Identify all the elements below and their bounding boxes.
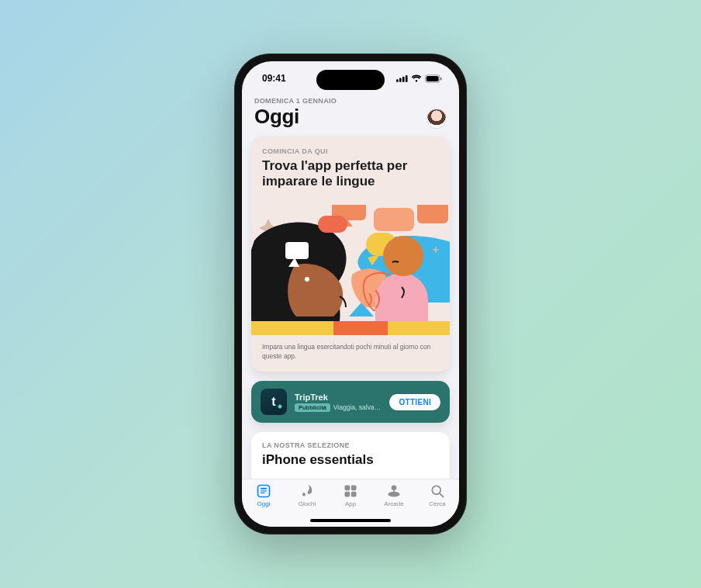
tab-search[interactable]: Cerca (416, 483, 459, 507)
selection-title: iPhone essentials (262, 452, 439, 468)
tab-arcade-label: Arcade (384, 500, 403, 507)
iphone-frame: 09:41 DOMENICA 1 GENNAIO Oggi COMINCIA D… (234, 54, 467, 534)
svg-rect-22 (345, 486, 350, 491)
svg-rect-15 (285, 242, 309, 259)
account-avatar[interactable] (426, 109, 447, 129)
status-time: 09:41 (262, 73, 286, 84)
today-icon (256, 483, 271, 499)
ad-app-name: TripTrek (295, 393, 382, 402)
featured-title: Trova l'app perfetta per imparare le lin… (262, 158, 439, 189)
arcade-icon (386, 483, 402, 499)
selection-card[interactable]: LA NOSTRA SELEZIONE iPhone essentials (251, 432, 450, 479)
tab-search-label: Cerca (429, 500, 445, 507)
svg-rect-6 (440, 77, 442, 80)
date-label: DOMENICA 1 GENNAIO (251, 97, 450, 105)
svg-rect-10 (417, 205, 448, 223)
svg-rect-20 (261, 490, 267, 491)
selection-eyebrow: LA NOSTRA SELEZIONE (262, 441, 439, 449)
featured-footer: Impara una lingua esercitandoti pochi mi… (251, 335, 450, 372)
tab-games[interactable]: Giochi (285, 483, 329, 507)
svg-rect-5 (426, 75, 439, 81)
svg-rect-25 (351, 492, 357, 497)
featured-illustration (251, 205, 450, 335)
svg-rect-0 (396, 79, 399, 82)
tab-arcade[interactable]: Arcade (372, 483, 416, 507)
featured-eyebrow: COMINCIA DA QUI (262, 147, 439, 155)
svg-rect-9 (374, 208, 414, 231)
svg-rect-23 (351, 486, 357, 491)
ad-card[interactable]: t TripTrek Pubblicità Viaggia, salva e… … (251, 381, 450, 423)
svg-rect-19 (261, 488, 267, 489)
ad-subtitle: Viaggia, salva e… (333, 403, 382, 411)
svg-point-13 (305, 277, 309, 282)
tab-apps[interactable]: App (329, 483, 372, 507)
page-title: Oggi (254, 105, 299, 129)
svg-rect-2 (402, 77, 405, 82)
svg-rect-17 (333, 321, 388, 335)
tab-today[interactable]: Oggi (242, 483, 285, 507)
ad-info: TripTrek Pubblicità Viaggia, salva e… (295, 393, 382, 412)
rocket-icon (299, 483, 315, 499)
battery-icon (425, 74, 442, 83)
tab-games-label: Giochi (299, 500, 316, 507)
search-icon (430, 483, 445, 499)
app-icon: t (261, 389, 287, 415)
wifi-icon (411, 74, 422, 82)
content-scroll[interactable]: DOMENICA 1 GENNAIO Oggi COMINCIA DA QUI … (242, 95, 459, 479)
featured-story-card[interactable]: COMINCIA DA QUI Trova l'app perfetta per… (251, 137, 450, 372)
screen: 09:41 DOMENICA 1 GENNAIO Oggi COMINCIA D… (242, 61, 459, 527)
get-button[interactable]: OTTIENI (389, 394, 440, 410)
svg-rect-24 (345, 492, 350, 497)
dynamic-island (316, 70, 385, 90)
cellular-icon (396, 74, 408, 82)
tab-today-label: Oggi (257, 500, 271, 507)
home-indicator[interactable] (310, 519, 391, 522)
apps-icon (343, 483, 358, 499)
svg-rect-14 (318, 216, 347, 233)
status-indicators (396, 74, 442, 83)
header-row: Oggi (251, 105, 450, 133)
svg-rect-3 (406, 75, 408, 82)
tab-apps-label: App (345, 500, 356, 507)
svg-line-28 (440, 493, 444, 497)
svg-rect-1 (399, 78, 402, 82)
svg-rect-21 (261, 493, 265, 493)
ad-badge: Pubblicità (295, 403, 330, 412)
